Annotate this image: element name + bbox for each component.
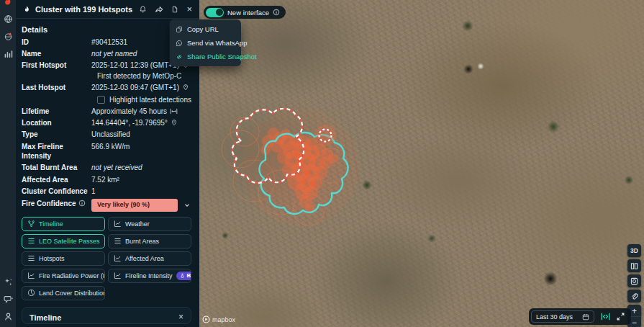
screenshot-icon	[630, 277, 638, 285]
timeline-icon	[27, 220, 35, 228]
timeline-button[interactable]: Timeline	[22, 217, 105, 231]
field-label: Max Fireline Intensity	[22, 142, 91, 161]
button-label: Affected Area	[125, 255, 164, 262]
chart-icon	[27, 272, 35, 279]
menu-item-whatsapp[interactable]: Send via WhatsApp	[170, 36, 241, 50]
field-row-location: Location 144.64404°, -19.79695°	[16, 117, 192, 128]
secondary-hotspot	[314, 125, 336, 146]
field-value: Very likely (90 %)	[91, 199, 192, 212]
close-panel-button[interactable]: ×	[186, 4, 192, 14]
land-cover-distribution-button[interactable]: Land Cover Distribution	[22, 286, 105, 300]
field-label: Name	[22, 49, 91, 58]
playback-interval-icon[interactable]	[601, 313, 610, 321]
chat-icon[interactable]	[4, 295, 13, 304]
user-icon[interactable]	[4, 312, 13, 321]
field-value: 7.52 km²	[91, 175, 192, 184]
fire-radiative-power-button[interactable]: Fire Radiative Power (FRP)	[22, 269, 105, 283]
snapshot-file-icon[interactable]	[171, 5, 178, 14]
sparkles-icon[interactable]	[4, 277, 13, 287]
timeline-card: Timeline × + Add new incident status or …	[22, 307, 191, 324]
fireline-intensity-button[interactable]: Fireline Intensity Beta	[108, 269, 191, 283]
field-row-type: Type Unclassified	[16, 129, 192, 140]
field-label: Lifetime	[22, 107, 91, 116]
field-value: Approximately 45 hours	[91, 107, 192, 116]
field-label: Type	[22, 130, 91, 139]
field-label: Last Hotspot	[22, 83, 91, 92]
chart-icon	[114, 272, 122, 279]
panel-button-grid: Timeline Weather LEO Satellite Passes Bu…	[22, 217, 191, 300]
leo-satellite-passes-button[interactable]: LEO Satellite Passes	[22, 234, 105, 248]
menu-item-label: Copy URL	[187, 25, 219, 33]
field-row-name: Name not yet named	[16, 48, 192, 59]
button-label: Timeline	[39, 220, 63, 228]
highlight-latest-checkbox[interactable]	[97, 96, 105, 104]
mapbox-logo-icon	[202, 315, 210, 323]
toggle-switch-icon[interactable]	[206, 8, 224, 17]
list-icon	[27, 237, 35, 245]
info-icon[interactable]	[273, 9, 280, 16]
field-label: Affected Area	[22, 175, 91, 184]
analytics-icon[interactable]	[4, 49, 13, 58]
fire-confidence-pill[interactable]: Very likely (90 %)	[91, 199, 178, 212]
copy-icon	[176, 26, 183, 33]
field-row-cluster-confidence: Cluster Confidence 1	[16, 186, 192, 197]
panel-title: Cluster with 199 Hotspots	[35, 5, 132, 14]
pie-chart-icon	[27, 289, 35, 297]
sidebar-top-group	[4, 14, 13, 58]
share-icon[interactable]	[155, 5, 163, 14]
3d-mode-button[interactable]: 3D	[627, 244, 641, 257]
map-canvas[interactable]: 3D + − Last 30 days	[199, 0, 644, 327]
flask-icon	[180, 273, 185, 279]
weather-button[interactable]: Weather	[108, 217, 191, 231]
beta-badge: Beta	[176, 272, 191, 280]
field-value: 144.64404°, -19.79695°	[91, 118, 192, 127]
field-row-last-hotspot: Last Hotspot 2025-12-03 09:47 (GMT+1)	[16, 82, 192, 94]
list-icon	[114, 237, 122, 245]
fire-watch-globe-icon[interactable]	[4, 32, 13, 41]
field-label: Cluster Confidence	[22, 187, 91, 196]
field-row-lifetime: Lifetime Approximately 45 hours	[16, 105, 192, 117]
screenshot-button[interactable]	[627, 274, 641, 287]
notifications-bell-icon[interactable]	[139, 5, 147, 14]
field-value: Unclassified	[91, 130, 192, 139]
link-icon	[176, 53, 183, 61]
field-value: not yet received	[91, 163, 192, 172]
first-detected-note: First detected by MetOp-C	[16, 71, 192, 82]
sidebar-bottom-group	[4, 277, 13, 321]
chevron-down-icon[interactable]	[183, 202, 191, 209]
chart-icon	[114, 254, 122, 262]
checkbox-label: Highlight latest detections	[109, 96, 191, 104]
timeline-title: Timeline	[30, 313, 183, 322]
locate-pin-icon[interactable]	[182, 84, 189, 91]
field-label: ID	[22, 37, 91, 47]
menu-item-share-snapshot[interactable]: Share Public Snapshot	[170, 50, 241, 63]
calendar-icon	[582, 313, 589, 321]
share-dropdown-menu: Copy URL Send via WhatsApp Share Public …	[170, 19, 241, 66]
field-value: 566.9 kW/m	[91, 142, 192, 151]
split-view-icon	[630, 262, 638, 270]
expand-map-icon[interactable]	[617, 313, 625, 321]
attribution-label[interactable]: mapbox	[212, 316, 235, 323]
field-row-total-burnt: Total Burnt Area not yet received	[16, 162, 192, 174]
timeline-close-button[interactable]: ×	[178, 312, 183, 322]
time-range-select[interactable]: Last 30 days	[531, 310, 594, 323]
hotspots-button[interactable]: Hotspots	[22, 251, 105, 266]
app-logo-flame-icon[interactable]	[2, 0, 14, 8]
info-icon[interactable]	[78, 200, 86, 207]
hotspot-cluster	[260, 127, 338, 214]
attach-button[interactable]	[627, 290, 641, 303]
button-label: Land Cover Distribution	[39, 290, 105, 297]
field-value: 2025-12-03 09:47 (GMT+1)	[91, 83, 192, 92]
split-view-button[interactable]	[627, 259, 641, 272]
locate-pin-icon[interactable]	[171, 119, 178, 127]
new-interface-toggle[interactable]: New interface	[204, 6, 286, 19]
button-label: Weather	[125, 220, 150, 228]
menu-item-copy-url[interactable]: Copy URL	[170, 22, 241, 36]
panel-header: Cluster with 199 Hotspots ×	[16, 0, 199, 19]
list-icon	[27, 254, 35, 262]
affected-area-button[interactable]: Affected Area	[108, 251, 191, 266]
field-row-affected-area: Affected Area 7.52 km²	[16, 174, 192, 185]
burnt-areas-button[interactable]: Burnt Areas	[108, 234, 191, 248]
button-label: LEO Satellite Passes	[39, 238, 100, 245]
fire-clusters-globe-icon[interactable]	[4, 14, 13, 24]
